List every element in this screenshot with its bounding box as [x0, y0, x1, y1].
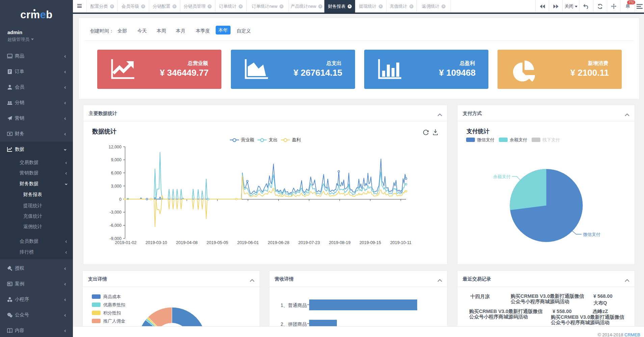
svg-text:-6,000: -6,000	[110, 223, 122, 228]
svg-text:2019-03-10: 2019-03-10	[145, 240, 167, 245]
svg-text:12,000: 12,000	[109, 145, 122, 149]
svg-text:2019-05-05: 2019-05-05	[207, 240, 228, 245]
svg-text:2019-06-01: 2019-06-01	[237, 240, 259, 245]
svg-text:2019-01-02: 2019-01-02	[115, 240, 137, 245]
svg-text:2019-06-28: 2019-06-28	[268, 240, 289, 245]
svg-text:9,000: 9,000	[111, 158, 122, 162]
svg-text:2019-09-15: 2019-09-15	[359, 240, 381, 245]
svg-text:2019-10-11: 2019-10-11	[390, 240, 411, 245]
svg-text:2019-08-19: 2019-08-19	[329, 240, 350, 245]
svg-text:0: 0	[119, 197, 122, 202]
svg-text:余额支付: 余额支付	[493, 174, 511, 179]
svg-text:-3,000: -3,000	[110, 210, 122, 215]
svg-text:2019-07-23: 2019-07-23	[298, 240, 320, 245]
svg-text:2019-04-08: 2019-04-08	[176, 240, 198, 245]
svg-text:6,000: 6,000	[111, 171, 122, 175]
svg-text:3,000: 3,000	[111, 184, 122, 189]
svg-text:微信支付: 微信支付	[583, 232, 600, 237]
